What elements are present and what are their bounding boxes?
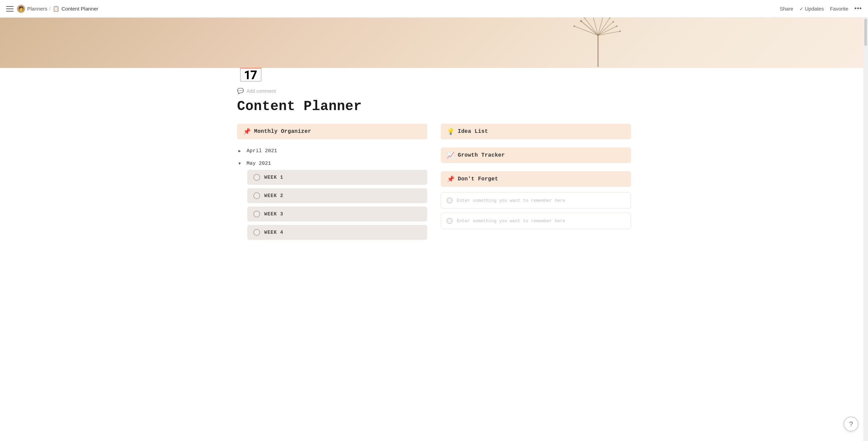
breadcrumb-separator: / [49,6,51,12]
favorite-button[interactable]: Favorite [830,6,848,12]
scroll-thumb[interactable] [864,19,867,46]
breadcrumb: 🧑 Planners / 📋 Content Planner [17,5,98,13]
hero-plant [554,18,642,68]
remember-text-2[interactable]: Enter something you want to remember her… [457,218,565,224]
comment-icon: 💬 [237,88,244,94]
avatar: 🧑 [17,5,25,13]
menu-icon[interactable] [6,6,14,12]
idea-list-title: Idea List [458,128,488,135]
growth-tracker-icon: 📈 [447,152,454,159]
week-4-label: WEEK 4 [264,230,283,235]
add-comment[interactable]: 💬 Add comment [237,88,631,94]
breadcrumb-parent[interactable]: Planners [27,6,47,12]
updates-button[interactable]: ✓ Updates [799,6,824,12]
may-label: May 2021 [247,161,271,166]
remember-item-2[interactable]: Enter something you want to remember her… [441,213,631,229]
remember-text-1[interactable]: Enter something you want to remember her… [457,198,565,203]
scroll-track[interactable] [863,18,868,441]
week-3-item[interactable]: WEEK 3 [247,207,427,222]
monthly-organizer-icon: 📌 [243,128,251,135]
week-2-label: WEEK 2 [264,193,283,198]
collapse-arrow-april: ▶ [238,148,243,154]
remember-circle-1 [447,197,453,204]
dont-forget-section: 📌 Don't Forget Enter something you want … [441,171,631,229]
idea-list-icon: 💡 [447,128,454,135]
expand-arrow-may: ▼ [238,161,243,166]
page-icon-breadcrumb: 📋 [53,5,59,12]
svg-line-4 [593,18,598,35]
svg-line-1 [581,21,598,35]
right-column: 💡 Idea List 📈 Growth Tracker 📌 Don't For… [441,124,631,240]
april-label: April 2021 [247,148,277,154]
week-4-circle [253,229,260,236]
remember-circle-2 [447,218,453,224]
week-3-circle [253,211,260,217]
week-2-item[interactable]: WEEK 2 [247,188,427,203]
week-list: WEEK 1 WEEK 2 WEEK 3 WEEK 4 [237,170,427,240]
growth-tracker-title: Growth Tracker [458,152,505,158]
dont-forget-icon: 📌 [447,175,454,183]
week-4-item[interactable]: WEEK 4 [247,225,427,240]
svg-point-16 [613,21,614,23]
week-1-circle [253,174,260,181]
topnav: 🧑 Planners / 📋 Content Planner Share ✓ U… [0,0,868,18]
breadcrumb-page-name[interactable]: Content Planner [61,6,98,12]
svg-line-5 [598,18,603,35]
main-columns: 📌 Monthly Organizer ▶ April 2021 ▼ May 2… [237,124,631,253]
more-options-button[interactable]: ••• [854,5,862,12]
topnav-left: 🧑 Planners / 📋 Content Planner [6,5,780,13]
svg-line-9 [598,31,620,35]
checkmark-icon: ✓ [799,6,803,12]
growth-tracker-section: 📈 Growth Tracker [441,147,631,163]
april-2021-item[interactable]: ▶ April 2021 [237,145,427,157]
monthly-organizer-header[interactable]: 📌 Monthly Organizer [237,124,427,139]
page-content: 📅 💬 Add comment Content Planner 📌 Monthl… [196,58,672,253]
hero-banner [0,18,868,68]
dont-forget-title: Don't Forget [458,176,498,182]
week-1-item[interactable]: WEEK 1 [247,170,427,185]
add-comment-label[interactable]: Add comment [247,88,276,94]
svg-point-18 [619,31,621,32]
share-button[interactable]: Share [780,6,793,12]
week-1-label: WEEK 1 [264,175,283,180]
left-column: 📌 Monthly Organizer ▶ April 2021 ▼ May 2… [237,124,427,240]
idea-list-header[interactable]: 💡 Idea List [441,124,631,139]
help-button[interactable]: ? [844,417,858,431]
week-3-label: WEEK 3 [264,211,283,217]
monthly-organizer-title: Monthly Organizer [254,128,311,135]
dont-forget-header[interactable]: 📌 Don't Forget [441,171,631,187]
topnav-right: Share ✓ Updates Favorite ••• [780,5,862,12]
may-2021-item[interactable]: ▼ May 2021 [237,157,427,170]
remember-item-1[interactable]: Enter something you want to remember her… [441,192,631,209]
page-title: Content Planner [237,99,631,114]
week-2-circle [253,192,260,199]
remember-list: Enter something you want to remember her… [441,192,631,229]
svg-point-10 [580,20,582,22]
growth-tracker-header[interactable]: 📈 Growth Tracker [441,147,631,163]
svg-point-11 [574,25,575,27]
svg-point-17 [616,25,618,27]
idea-list-section: 💡 Idea List [441,124,631,139]
